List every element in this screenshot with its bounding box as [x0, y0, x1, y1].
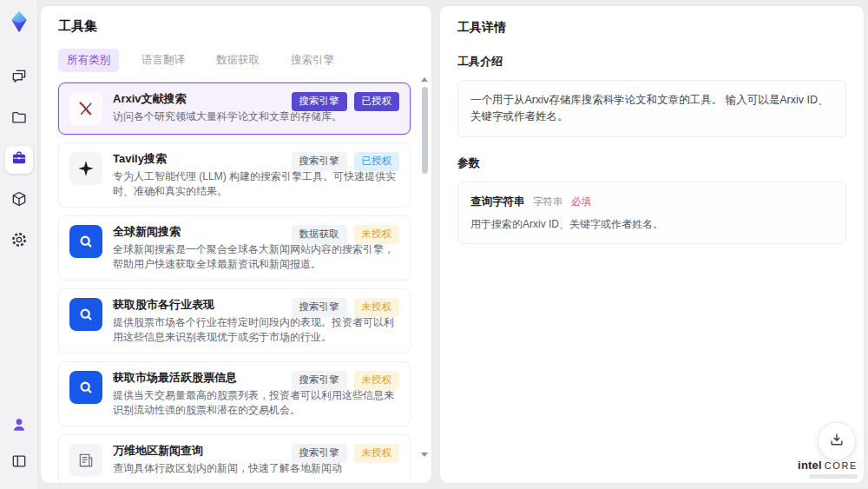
rail-bottom [5, 413, 33, 477]
list-scrollbar[interactable] [420, 77, 429, 457]
scrollbar-up-arrow[interactable] [421, 77, 428, 82]
param-required-flag: 必填 [571, 196, 591, 207]
intro-heading: 工具介绍 [457, 54, 846, 69]
param-description: 用于搜索的Arxiv ID、关键字或作者姓名。 [470, 216, 833, 232]
tool-description: 专为人工智能代理 (LLM) 构建的搜索引擎工具。可快速提供实时、准确和真实的结… [113, 169, 396, 198]
intel-core-logo: intel CORE [798, 459, 858, 479]
sidebar-item-account[interactable] [5, 413, 33, 440]
user-icon [10, 416, 28, 437]
sidebar-item-chat[interactable] [5, 64, 33, 92]
auth-status-badge: 未授权 [354, 444, 400, 463]
tavily-icon [69, 152, 102, 185]
tool-list: Arxiv文献搜索 访问各个研究领域大量科学论文和文章的存储库。 搜索引擎 已授… [58, 83, 431, 484]
params-heading: 参数 [457, 155, 846, 171]
tool-list-item[interactable]: Tavily搜索 专为人工智能代理 (LLM) 构建的搜索引擎工具。可快速提供实… [58, 142, 411, 208]
panel-toggle-icon [10, 453, 28, 473]
scrollbar-down-arrow[interactable] [421, 453, 428, 457]
tool-list-panel: 工具集 所有类别 语言翻译 数据获取 搜索引擎 Arxiv文献搜索 [40, 5, 432, 484]
stock-sector-icon [69, 298, 102, 331]
sidebar-item-models[interactable] [5, 187, 33, 215]
category-tab[interactable]: 所有类别 [58, 49, 119, 72]
intro-box: 一个用于从Arxiv存储库搜索科学论文和文章的工具。 输入可以是Arxiv ID… [457, 80, 846, 137]
param-box: 查询字符串 字符串 必填 用于搜索的Arxiv ID、关键字或作者姓名。 [457, 182, 846, 245]
sidebar-item-files[interactable] [5, 105, 33, 133]
tab-label: 所有类别 [67, 54, 110, 66]
tool-description: 查询具体行政区划内的新闻，快速了解各地新闻动 [113, 461, 396, 476]
category-tab[interactable]: 搜索引擎 [282, 49, 343, 72]
category-badge: 搜索引擎 [292, 298, 347, 317]
tab-label: 搜索引擎 [291, 54, 334, 66]
tool-description: 提供当天交易量最高的股票列表，投资者可以利用这些信息来识别流动性强的股票和潜在的… [113, 388, 396, 417]
category-tabs: 所有类别 语言翻译 数据获取 搜索引擎 [58, 49, 431, 72]
auth-status-badge: 已授权 [354, 92, 400, 111]
rail-nav [5, 64, 33, 255]
sidebar-item-settings[interactable] [5, 228, 33, 255]
gear-icon [10, 231, 28, 252]
detail-title: 工具详情 [457, 20, 846, 36]
category-badge: 数据获取 [292, 225, 347, 244]
auth-status-badge: 未授权 [354, 371, 400, 390]
tool-description: 全球新闻搜索是一个聚合全球各大新闻网站内容的搜索引擎，帮助用户快速获取全球最新资… [113, 242, 396, 271]
news-search-icon [69, 225, 102, 258]
scrollbar-thumb[interactable] [422, 87, 428, 174]
category-badge: 搜索引擎 [292, 371, 347, 390]
param-name: 查询字符串 [470, 195, 525, 208]
intel-logo-subtext [809, 474, 858, 479]
region-news-icon [69, 444, 102, 477]
folder-icon [10, 109, 28, 129]
category-tab[interactable]: 语言翻译 [133, 49, 194, 72]
tool-list-item[interactable]: Arxiv文献搜索 访问各个研究领域大量科学论文和文章的存储库。 搜索引擎 已授… [58, 83, 411, 135]
sidebar-item-collapse[interactable] [5, 449, 33, 477]
auth-status-badge: 已授权 [354, 152, 400, 171]
category-badge: 搜索引擎 [292, 92, 347, 111]
auth-status-badge: 未授权 [354, 225, 400, 244]
tool-description: 提供股票市场各个行业在特定时间段内的表现。投资者可以利用这些信息来识别表现优于或… [113, 315, 396, 344]
category-tab[interactable]: 数据获取 [207, 49, 268, 72]
tool-list-item[interactable]: 万维地区新闻查询 查询具体行政区划内的新闻，快速了解各地新闻动 搜索引擎 未授权 [58, 434, 411, 484]
page-title: 工具集 [58, 18, 431, 35]
app-logo [6, 9, 32, 35]
tool-detail-panel: 工具详情 工具介绍 一个用于从Arxiv存储库搜索科学论文和文章的工具。 输入可… [439, 5, 865, 484]
download-icon [828, 431, 845, 452]
download-button[interactable] [818, 422, 856, 460]
tool-description: 访问各个研究领域大量科学论文和文章的存储库。 [113, 109, 396, 124]
icon-rail [0, 0, 38, 489]
intel-wordmark: intel [798, 459, 822, 472]
category-badge: 搜索引擎 [292, 152, 347, 171]
cube-icon [10, 190, 28, 211]
tool-list-item[interactable]: 获取股市各行业表现 提供股票市场各个行业在特定时间段内的表现。投资者可以利用这些… [58, 288, 411, 354]
tool-list-item[interactable]: 全球新闻搜索 全球新闻搜索是一个聚合全球各大新闻网站内容的搜索引擎，帮助用户快速… [58, 215, 411, 281]
param-type: 字符串 [533, 196, 563, 207]
chat-icon [10, 68, 28, 89]
stock-active-icon [69, 371, 102, 404]
auth-status-badge: 未授权 [354, 298, 400, 317]
sidebar-item-tools[interactable] [5, 146, 33, 174]
arxiv-icon [69, 92, 102, 125]
category-badge: 搜索引擎 [292, 444, 347, 463]
briefcase-icon [10, 149, 28, 170]
tab-label: 数据获取 [216, 54, 260, 66]
tool-list-item[interactable]: 获取市场最活跃股票信息 提供当天交易量最高的股票列表，投资者可以利用这些信息来识… [58, 361, 411, 426]
core-wordmark: CORE [825, 460, 858, 471]
tab-label: 语言翻译 [141, 54, 185, 66]
